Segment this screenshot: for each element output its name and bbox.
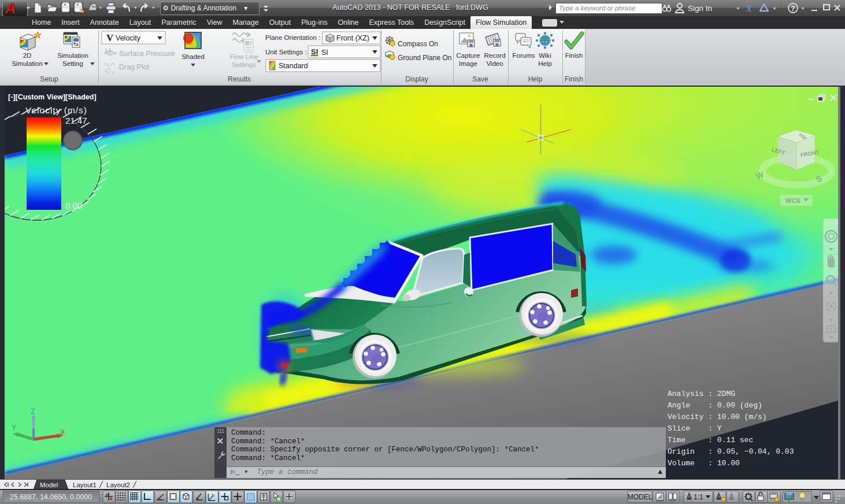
svg-text:Flow Line: Flow Line <box>229 53 258 60</box>
svg-text:Record: Record <box>484 52 505 59</box>
svg-text:SI: SI <box>311 47 318 56</box>
svg-text:Unit Settings :: Unit Settings : <box>265 49 307 55</box>
svg-text:Finish: Finish <box>565 75 583 83</box>
svg-text:2D: 2D <box>23 52 32 59</box>
svg-text:0.00: 0.00 <box>65 201 82 210</box>
svg-text:1:1: 1:1 <box>694 493 703 501</box>
svg-text:Standard: Standard <box>279 62 308 70</box>
svg-text:Video: Video <box>486 60 503 67</box>
svg-text:Wiki: Wiki <box>539 52 551 59</box>
svg-text:Setup: Setup <box>40 75 58 83</box>
svg-text:Y: Y <box>12 423 17 432</box>
svg-text:Velocity (m/s): Velocity (m/s) <box>25 105 87 115</box>
svg-text:Drag Plot: Drag Plot <box>119 63 150 71</box>
svg-text:Results: Results <box>228 75 251 83</box>
svg-text:Plane Orientation :: Plane Orientation : <box>265 34 320 41</box>
svg-text:Finish: Finish <box>565 52 583 59</box>
svg-text:Ground Plane On: Ground Plane On <box>398 54 451 62</box>
svg-text:Forums: Forums <box>513 52 535 59</box>
svg-text:SI: SI <box>321 49 328 57</box>
svg-text:Layout2: Layout2 <box>106 481 130 488</box>
svg-text:-C: -C <box>104 67 111 74</box>
svg-text:Surface Pressure: Surface Pressure <box>119 50 175 58</box>
svg-text:Capture: Capture <box>457 52 480 59</box>
svg-text:Help: Help <box>538 60 552 67</box>
svg-text:Setting: Setting <box>62 60 83 67</box>
svg-text:21.47: 21.47 <box>65 116 87 125</box>
svg-text:[-][Custom View][Shaded]: [-][Custom View][Shaded] <box>8 93 97 101</box>
svg-text:Save: Save <box>472 75 488 83</box>
svg-text:V: V <box>106 32 114 43</box>
svg-text:Front (XZ): Front (XZ) <box>336 34 369 42</box>
svg-text:?: ? <box>791 5 795 13</box>
svg-text:Model: Model <box>40 481 58 488</box>
svg-text:Simulation: Simulation <box>57 52 88 59</box>
svg-text:Settings: Settings <box>232 61 256 68</box>
svg-text:Simulation: Simulation <box>12 60 43 67</box>
svg-text:d: d <box>112 70 115 75</box>
svg-text:Z: Z <box>31 407 35 416</box>
svg-text:Display: Display <box>405 75 428 83</box>
svg-text:X: X <box>60 428 65 436</box>
svg-text:Sign In: Sign In <box>688 4 712 13</box>
svg-text:Velocity: Velocity <box>116 34 141 42</box>
svg-text:Compass On: Compass On <box>398 40 438 48</box>
svg-text:Help: Help <box>528 75 543 83</box>
svg-text:Layout1: Layout1 <box>73 481 97 488</box>
svg-text:X: X <box>745 3 753 14</box>
svg-text:MODEL: MODEL <box>628 493 653 501</box>
svg-text:Image: Image <box>459 60 477 67</box>
svg-text:Shaded: Shaded <box>181 53 205 60</box>
svg-text:25.6887, 14.0650, 0.0000: 25.6887, 14.0650, 0.0000 <box>10 493 92 501</box>
svg-text:WCS: WCS <box>785 197 800 204</box>
